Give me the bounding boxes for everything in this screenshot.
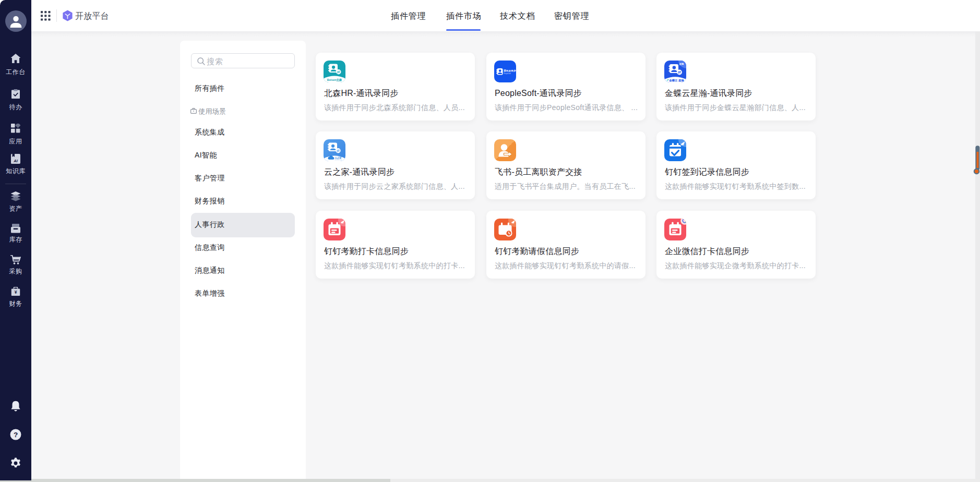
svg-text:AI: AI bbox=[13, 159, 18, 163]
svg-text:¥: ¥ bbox=[15, 290, 17, 295]
svg-text:金蝶云 星瀚: 金蝶云 星瀚 bbox=[668, 79, 684, 82]
svg-text:星瀚: 星瀚 bbox=[679, 63, 684, 65]
svg-text:CLOUDHUB: CLOUDHUB bbox=[334, 159, 342, 161]
svg-text:PeopleSoft: PeopleSoft bbox=[504, 73, 511, 75]
svg-text:Beisen北森: Beisen北森 bbox=[327, 78, 342, 82]
svg-text:?: ? bbox=[14, 431, 18, 439]
